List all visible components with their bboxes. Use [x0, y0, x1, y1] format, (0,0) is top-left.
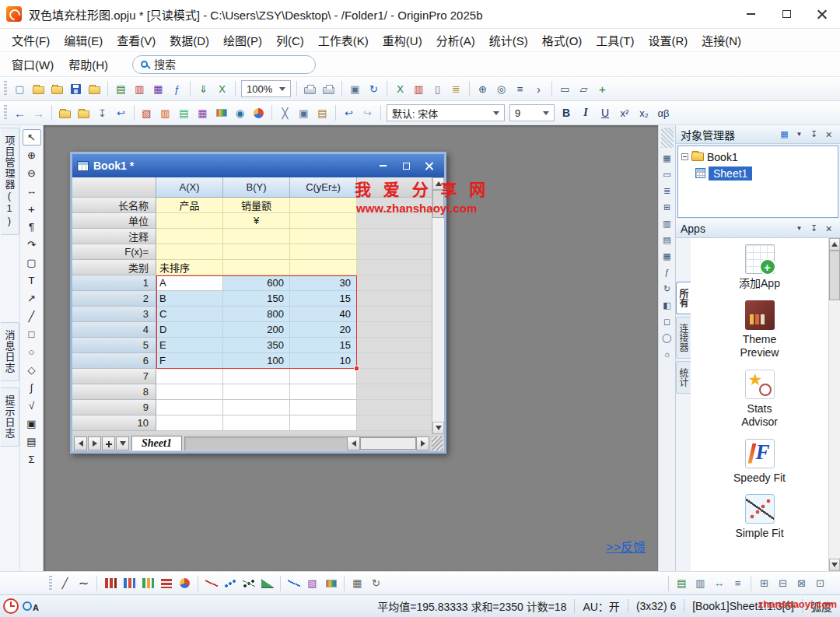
- zoom-font-icon[interactable]: [22, 599, 40, 613]
- close-button[interactable]: [804, 0, 840, 28]
- clock-icon[interactable]: [3, 598, 19, 614]
- object-grid-icon[interactable]: ⊞: [660, 201, 674, 213]
- row-label-cell[interactable]: 长名称: [72, 198, 156, 213]
- print-icon[interactable]: [301, 80, 319, 97]
- add-graph-icon[interactable]: ▥: [156, 104, 174, 121]
- toolbar-grip[interactable]: [4, 81, 7, 96]
- book1-window[interactable]: Book1 * A(X)B(Y)C(yEr±)长名称产品销量额单位¥注释F(x)…: [70, 152, 446, 454]
- up-folder-icon[interactable]: [56, 104, 74, 121]
- data-cell[interactable]: A: [156, 275, 223, 291]
- header-cell[interactable]: ¥: [223, 213, 290, 229]
- curve-arrow-icon[interactable]: ↷: [23, 237, 41, 253]
- greek-button[interactable]: αβ: [654, 104, 673, 121]
- data-cell[interactable]: [290, 369, 357, 384]
- minimize-button[interactable]: [733, 0, 768, 28]
- double-y-icon[interactable]: [285, 575, 303, 592]
- app-item[interactable]: Stats Advisor: [724, 370, 796, 429]
- data-cell[interactable]: 30: [290, 275, 357, 291]
- zoom-in-icon[interactable]: ⊕: [474, 80, 492, 97]
- data-cell[interactable]: [156, 415, 223, 431]
- horizontal-scroll-thumb[interactable]: [360, 437, 416, 450]
- subfolder-icon[interactable]: [75, 104, 93, 121]
- new-function-plot-icon[interactable]: ƒ: [168, 80, 186, 97]
- data-cell[interactable]: [223, 415, 290, 431]
- row-number-cell[interactable]: 2: [72, 291, 156, 307]
- stacked-column-icon[interactable]: [120, 575, 138, 592]
- menu-item[interactable]: 工作表(K): [311, 29, 376, 51]
- new-sheet2-icon[interactable]: ▤: [673, 575, 691, 592]
- menu-item[interactable]: 设置(R): [641, 29, 695, 51]
- collapse-icon[interactable]: [681, 153, 688, 160]
- font-combo[interactable]: 默认: 宋体: [387, 104, 505, 121]
- app-item[interactable]: 添加App: [724, 244, 796, 291]
- pie2-icon[interactable]: [176, 575, 194, 592]
- pin-icon[interactable]: ↧: [807, 223, 821, 235]
- app-item[interactable]: Speedy Fit: [724, 439, 796, 486]
- menu-item[interactable]: 工具(T): [589, 29, 641, 51]
- first-sheet-button[interactable]: [74, 436, 87, 450]
- apps-scroll-thumb[interactable]: [829, 251, 840, 300]
- append-project-icon[interactable]: [48, 80, 66, 97]
- grouped-column-icon[interactable]: [138, 575, 156, 592]
- workbook-view-icon[interactable]: ▦: [778, 128, 791, 141]
- line-plot-icon[interactable]: [202, 575, 220, 592]
- apps-scrollbar[interactable]: [828, 238, 840, 571]
- row-label-cell[interactable]: F(x)=: [72, 244, 156, 260]
- data-cell[interactable]: B: [156, 291, 223, 307]
- header-cell[interactable]: [290, 213, 357, 229]
- data-cell[interactable]: C: [156, 307, 223, 322]
- new-graph2-icon[interactable]: ▥: [410, 80, 428, 97]
- row-label-cell[interactable]: 类别: [72, 260, 156, 275]
- resize-grip[interactable]: [432, 436, 443, 450]
- new-folder-icon[interactable]: [86, 80, 103, 97]
- zoom-combo[interactable]: 100%: [241, 80, 291, 97]
- data-cell[interactable]: 150: [223, 291, 290, 307]
- open-project-icon[interactable]: [30, 80, 47, 97]
- add-matrix2-icon[interactable]: ▦: [194, 104, 212, 121]
- add-table-icon[interactable]: ▤: [175, 104, 193, 121]
- new-graph-icon[interactable]: ▥: [131, 80, 149, 97]
- scroll-up-button[interactable]: [829, 238, 840, 251]
- data-cell[interactable]: [290, 400, 357, 415]
- subscript-button[interactable]: x₂: [635, 104, 653, 121]
- sheet-horizontal-scrollbar[interactable]: [184, 436, 429, 450]
- data-cell[interactable]: D: [156, 322, 223, 338]
- header-cell[interactable]: [290, 260, 357, 275]
- data-cell[interactable]: [156, 369, 223, 384]
- dropdown-icon[interactable]: ▼: [793, 128, 806, 141]
- data-cell[interactable]: [290, 415, 357, 431]
- apps-side-tab[interactable]: 所有: [676, 282, 691, 314]
- new-project-icon[interactable]: ▢: [11, 80, 29, 97]
- apps-side-tab[interactable]: 统计: [676, 361, 691, 394]
- insert-equation-icon[interactable]: Σ: [23, 451, 41, 468]
- row-number-cell[interactable]: 1: [72, 275, 156, 291]
- matrix3-icon[interactable]: ▦: [660, 250, 674, 262]
- underline-button[interactable]: U: [596, 104, 614, 121]
- close-icon[interactable]: ×: [822, 128, 835, 141]
- forward-icon[interactable]: →: [30, 104, 47, 121]
- refresh-icon[interactable]: ↻: [365, 80, 383, 97]
- header-cell[interactable]: 销量额: [223, 198, 290, 213]
- sheet-vertical-scrollbar[interactable]: [432, 177, 444, 434]
- menu-item[interactable]: 重构(U): [376, 29, 429, 51]
- columns-icon[interactable]: ▥: [660, 217, 674, 230]
- rect-tool-icon[interactable]: □: [23, 326, 41, 342]
- region-icon[interactable]: ▢: [23, 254, 41, 271]
- menu-item[interactable]: 文件(F): [5, 29, 57, 51]
- header-cell[interactable]: [223, 244, 290, 260]
- header-cell[interactable]: [290, 229, 357, 244]
- menu-item[interactable]: 查看(V): [110, 29, 163, 51]
- insert-graph-icon[interactable]: ▣: [23, 415, 41, 432]
- column-header[interactable]: B(Y): [223, 177, 290, 198]
- new-matrix-icon[interactable]: ▦: [149, 80, 167, 97]
- data-cell[interactable]: F: [156, 353, 223, 369]
- data-cell[interactable]: 40: [290, 307, 357, 322]
- functions-icon[interactable]: ƒ: [660, 266, 674, 279]
- print-preview-icon[interactable]: [320, 80, 338, 97]
- header-cell[interactable]: [290, 244, 357, 260]
- recent-graphs-icon[interactable]: ↻: [367, 575, 385, 592]
- circle2-icon[interactable]: ◯: [660, 331, 674, 344]
- font-size-combo[interactable]: 9: [509, 104, 555, 121]
- scroll-up-button[interactable]: [432, 177, 444, 190]
- dock-win2-icon[interactable]: ⊟: [774, 575, 792, 592]
